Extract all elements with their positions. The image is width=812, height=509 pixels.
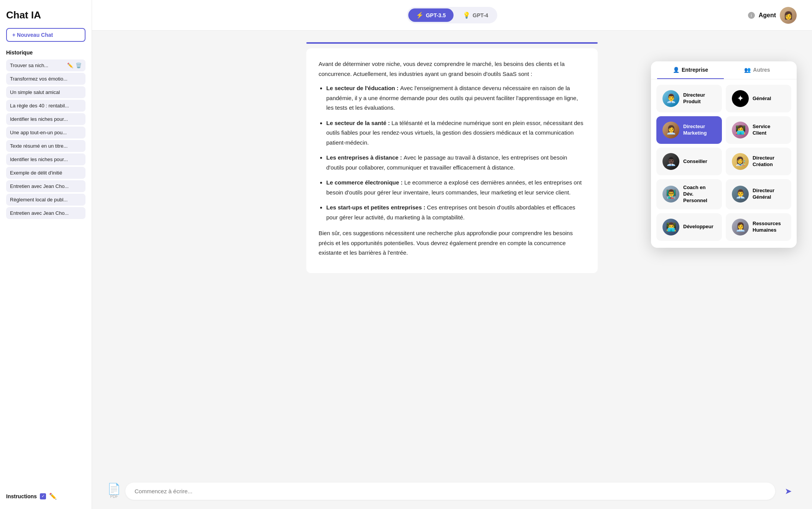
persona-name-service-client: Service Client [753,124,770,137]
history-item-icons: ✏️🗑️ [67,63,82,68]
input-area: 📄 PDF ➤ [92,476,812,509]
message-intro: Avant de déterminer votre niche, vous de… [319,59,585,79]
persona-avatar-service-client: 👩‍💻 [732,122,749,138]
instructions-edit-icon[interactable]: ✏️ [49,493,57,500]
persona-name-directeur-produit: Directeur Produit [683,92,705,105]
model-button-gpt35[interactable]: ⚡GPT-3.5 [408,8,454,22]
bullet-item: Le commerce électronique : Le ecommerce … [326,178,585,197]
edit-icon[interactable]: ✏️ [67,63,73,68]
persona-tab-entreprise[interactable]: 👤Entreprise [657,61,724,79]
persona-avatar-general: ✦ [732,90,749,107]
bullet-item: Le secteur de la santé : La télésanté et… [326,118,585,148]
persona-tabs: 👤Entreprise👥Autres [651,61,797,79]
history-item[interactable]: Texte résumé en un titre... [6,140,85,152]
persona-card-ressources-humaines[interactable]: 👩‍💼Ressources Humaines [726,213,791,241]
history-item[interactable]: Exemple de délit d'initié [6,167,85,179]
persona-name-general: Général [753,96,771,102]
bulb-icon: 💡 [463,12,470,19]
history-item[interactable]: Un simple salut amical [6,86,85,98]
app-title: Chat IA [6,9,85,21]
history-item[interactable]: Transformez vos émotio... [6,73,85,85]
history-item-text: Entretien avec Jean Cho... [10,183,82,189]
persona-card-directeur-produit[interactable]: 👨‍💼Directeur Produit [656,85,722,112]
persona-name-coach-dev: Coach en Dév. Personnel [683,184,707,204]
users-icon: 👥 [744,67,751,73]
history-item[interactable]: Une app tout-en-un pou... [6,127,85,138]
tab-label: Entreprise [682,67,708,73]
persona-card-service-client[interactable]: 👩‍💻Service Client [726,116,791,144]
chat-input[interactable] [125,483,775,500]
chat-message: Avant de déterminer votre niche, vous de… [306,48,598,273]
persona-dropdown: 👤Entreprise👥Autres👨‍💼Directeur Produit✦G… [651,61,797,248]
model-label: GPT-3.5 [426,12,446,18]
history-item-text: Entretien avec Jean Cho... [10,210,82,216]
persona-name-ressources-humaines: Ressources Humaines [753,221,781,234]
trash-icon[interactable]: 🗑️ [76,63,82,68]
pdf-icon: 📄 [107,484,121,494]
bullet-item: Les entreprises à distance : Avec le pas… [326,153,585,172]
history-item-text: Identifier les niches pour... [10,116,82,122]
persona-card-general[interactable]: ✦Général [726,85,791,112]
history-item-text: Texte résumé en un titre... [10,143,82,149]
persona-card-conseiller[interactable]: 👨🏿‍💼Conseiller [656,148,722,175]
lightning-icon: ⚡ [416,12,424,19]
history-item-text: Un simple salut amical [10,89,82,95]
history-item[interactable]: Identifier les niches pour... [6,153,85,165]
send-button[interactable]: ➤ [780,483,797,500]
message-conclusion: Bien sûr, ces suggestions nécessitent un… [319,228,585,258]
history-label: Historique [6,49,85,56]
avatar[interactable]: 👩 [780,7,797,24]
model-button-gpt4[interactable]: 💡GPT-4 [455,8,496,22]
persona-name-directeur-general: Directeur Général [753,188,774,201]
history-item-text: Une app tout-en-un pou... [10,130,82,135]
bullet-item: Les start-ups et petites entreprises : C… [326,203,585,222]
persona-card-directeur-general[interactable]: 👨‍💼Directeur Général [726,179,791,209]
history-item-text: Exemple de délit d'initié [10,170,82,176]
persona-card-developpeur[interactable]: 👨‍💻Développeur [656,213,722,241]
history-item[interactable]: Entretien avec Jean Cho... [6,180,85,192]
history-item-text: Trouver sa nich... [10,63,67,68]
content-area: Avant de déterminer votre niche, vous de… [92,31,812,476]
bullet-item: Le secteur de l'éducation : Avec l'ensei… [326,83,585,113]
instructions-label: Instructions [6,493,37,499]
new-chat-button[interactable]: + Nouveau Chat [6,28,85,42]
persona-avatar-conseiller: 👨🏿‍💼 [662,153,679,170]
main-area: ⚡GPT-3.5💡GPT-4 i Agent 👩 Avant de déterm… [92,0,812,509]
history-item[interactable]: Règlement local de publ... [6,194,85,206]
persona-name-directeur-marketing: Directeur Marketing [683,124,707,137]
history-item-text: Identifier les niches pour... [10,156,82,162]
persona-name-directeur-creation: Directeur Création [753,155,774,168]
agent-label: Agent [759,12,776,19]
tab-label: Autres [753,67,770,73]
history-item-text: Transformez vos émotio... [10,76,82,82]
pdf-label: PDF [110,494,118,499]
persona-grid: 👨‍💼Directeur Produit✦Général👩‍💼Directeur… [651,79,797,248]
history-item[interactable]: Entretien avec Jean Cho... [6,207,85,219]
persona-card-directeur-creation[interactable]: 👩‍🎨Directeur Création [726,148,791,175]
pdf-upload-button[interactable]: 📄 PDF [107,484,121,499]
message-bullets: Le secteur de l'éducation : Avec l'ensei… [319,83,585,222]
sidebar: Chat IA + Nouveau Chat Historique Trouve… [0,0,92,509]
persona-avatar-coach-dev: 👨‍🏫 [662,186,679,203]
history-item-text: La règle des 40 : rentabil... [10,103,82,109]
history-list: Trouver sa nich...✏️🗑️Transformez vos ém… [6,59,85,219]
header: ⚡GPT-3.5💡GPT-4 i Agent 👩 [92,0,812,31]
persona-avatar-directeur-marketing: 👩‍💼 [662,122,679,138]
agent-info-icon: i [748,12,755,19]
persona-avatar-directeur-creation: 👩‍🎨 [732,153,749,170]
persona-name-developpeur: Développeur [683,224,713,230]
history-item[interactable]: La règle des 40 : rentabil... [6,100,85,112]
persona-avatar-directeur-produit: 👨‍💼 [662,90,679,107]
persona-tab-autres[interactable]: 👥Autres [724,61,791,79]
model-label: GPT-4 [473,12,488,18]
instructions-checkbox[interactable] [40,493,46,499]
persona-name-conseiller: Conseiller [683,158,707,165]
persona-avatar-directeur-general: 👨‍💼 [732,186,749,203]
history-item-text: Règlement local de publ... [10,197,82,203]
sidebar-footer: Instructions ✏️ [6,486,85,500]
persona-card-coach-dev[interactable]: 👨‍🏫Coach en Dév. Personnel [656,179,722,209]
history-item[interactable]: Trouver sa nich...✏️🗑️ [6,59,85,71]
persona-card-directeur-marketing[interactable]: 👩‍💼Directeur Marketing [656,116,722,144]
header-right: i Agent 👩 [748,7,797,24]
history-item[interactable]: Identifier les niches pour... [6,113,85,125]
